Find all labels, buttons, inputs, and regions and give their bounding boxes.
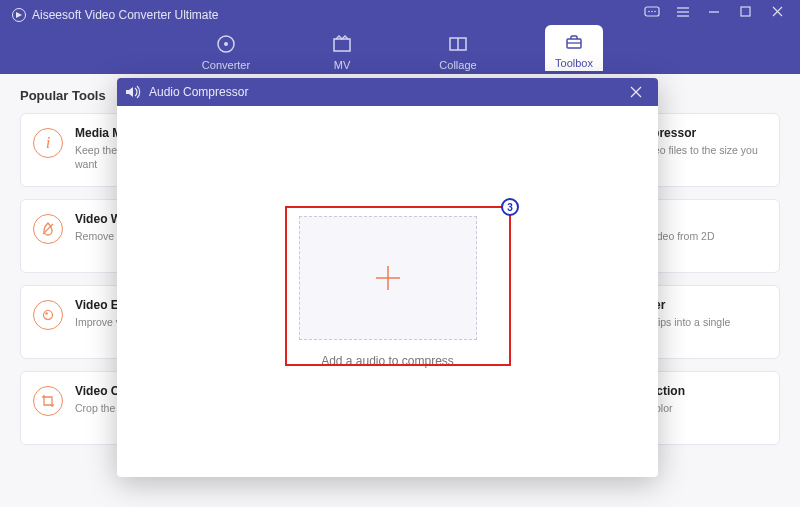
modal-title: Audio Compressor	[149, 85, 248, 99]
tab-converter[interactable]: Converter	[197, 33, 255, 71]
app-title-text: Aiseesoft Video Converter Ultimate	[32, 8, 219, 22]
tab-label: MV	[334, 59, 351, 71]
window-controls	[644, 6, 790, 20]
main-tabs: Converter MV Collage Toolbox	[197, 25, 603, 71]
tab-mv[interactable]: MV	[313, 33, 371, 71]
svg-rect-14	[334, 39, 350, 51]
plus-icon	[374, 264, 402, 292]
app-title-block: Aiseesoft Video Converter Ultimate	[12, 0, 219, 22]
converter-icon	[215, 33, 237, 55]
svg-point-4	[654, 11, 656, 13]
titlebar: Aiseesoft Video Converter Ultimate Conve…	[0, 0, 800, 74]
tab-collage[interactable]: Collage	[429, 33, 487, 71]
tab-label: Collage	[439, 59, 476, 71]
add-audio-dropzone[interactable]	[299, 216, 477, 340]
modal-close-button[interactable]	[630, 86, 650, 98]
svg-point-3	[651, 11, 653, 13]
svg-marker-22	[126, 87, 133, 97]
svg-point-13	[224, 42, 228, 46]
collage-icon	[447, 33, 469, 55]
tab-label: Converter	[202, 59, 250, 71]
tab-label: Toolbox	[555, 57, 593, 69]
menu-icon[interactable]	[676, 6, 694, 20]
minimize-button[interactable]	[708, 6, 726, 20]
svg-point-2	[648, 11, 650, 13]
speaker-icon	[125, 85, 141, 99]
svg-rect-9	[741, 7, 750, 16]
info-icon: i	[33, 128, 63, 158]
app-logo-icon	[12, 8, 26, 22]
enhancer-icon	[33, 300, 63, 330]
modal-header: Audio Compressor	[117, 78, 658, 106]
mv-icon	[331, 33, 353, 55]
maximize-button[interactable]	[740, 6, 758, 20]
svg-marker-0	[16, 12, 22, 18]
modal-body: Add a audio to compress 3	[117, 106, 658, 477]
feedback-icon[interactable]	[644, 6, 662, 20]
toolbox-icon	[563, 31, 585, 53]
watermark-icon	[33, 214, 63, 244]
crop-icon	[33, 386, 63, 416]
callout-number: 3	[501, 198, 519, 216]
audio-compressor-modal: Audio Compressor Add a audio to compress…	[117, 78, 658, 477]
dropzone-label: Add a audio to compress	[321, 354, 454, 368]
tab-toolbox[interactable]: Toolbox	[545, 25, 603, 71]
svg-point-21	[45, 312, 48, 315]
close-button[interactable]	[772, 6, 790, 20]
